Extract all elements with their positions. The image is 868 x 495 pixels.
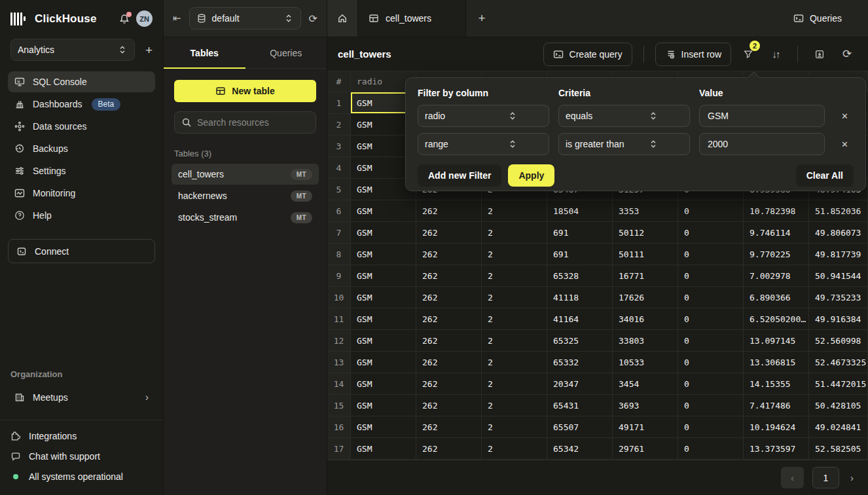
table-cell[interactable]: 51.4472015 — [809, 373, 868, 395]
search-box[interactable] — [174, 111, 316, 134]
row-number-cell[interactable]: 3 — [327, 136, 351, 157]
row-number-cell[interactable]: 9 — [327, 265, 351, 287]
table-cell[interactable]: 52.4673325 — [809, 352, 868, 373]
row-number-cell[interactable]: 11 — [327, 308, 351, 330]
table-cell[interactable]: 691 — [547, 244, 613, 265]
table-cell[interactable]: 10.782398 — [744, 200, 809, 222]
table-cell[interactable]: GSM — [351, 438, 416, 460]
sidebar-item-settings[interactable]: Settings — [8, 160, 155, 181]
remove-filter-button[interactable]: ✕ — [841, 139, 848, 149]
connect-button[interactable]: Connect — [8, 239, 155, 263]
table-cell[interactable]: 262 — [416, 416, 482, 438]
table-cell[interactable]: GSM — [351, 416, 416, 438]
clear-all-filters-button[interactable]: Clear All — [796, 164, 854, 187]
queries-link[interactable]: Queries — [793, 0, 868, 37]
table-cell[interactable]: 262 — [416, 308, 482, 330]
insert-row-button[interactable]: Insert row — [655, 43, 731, 66]
refresh-data-button[interactable]: ⟳ — [837, 44, 858, 65]
table-cell[interactable]: 51.852036 — [809, 200, 868, 222]
sidebar-item-backups[interactable]: Backups — [8, 138, 155, 159]
table-cell[interactable]: 13.373597 — [744, 438, 809, 460]
table-cell[interactable]: 262 — [416, 200, 482, 222]
download-button[interactable] — [809, 44, 830, 65]
table-cell[interactable]: 2 — [482, 352, 547, 373]
table-cell[interactable]: 7.002978 — [744, 265, 809, 287]
row-number-cell[interactable]: 12 — [327, 330, 351, 352]
table-cell[interactable]: 49.916384 — [809, 308, 868, 330]
filter-button[interactable]: 2 — [738, 44, 759, 65]
row-number-cell[interactable]: 1 — [327, 92, 351, 114]
sidebar-item-monitoring[interactable]: Monitoring — [8, 183, 155, 204]
table-cell[interactable]: GSM — [351, 222, 416, 244]
create-query-button[interactable]: Create query — [543, 43, 632, 66]
previous-page-button[interactable]: ‹ — [781, 467, 804, 488]
row-number-cell[interactable]: 16 — [327, 416, 351, 438]
table-cell[interactable]: 262 — [416, 265, 482, 287]
sidebar-item-data-sources[interactable]: Data sources — [8, 116, 155, 137]
table-cell[interactable]: GSM — [351, 244, 416, 265]
table-cell[interactable]: 41118 — [547, 287, 613, 308]
table-cell[interactable]: 34016 — [613, 308, 678, 330]
table-cell[interactable]: 52.560998 — [809, 330, 868, 352]
table-cell[interactable]: 2 — [482, 265, 547, 287]
table-cell[interactable]: 0 — [678, 373, 744, 395]
table-cell[interactable]: 50.428105 — [809, 395, 868, 416]
workspace-selector[interactable]: Analytics — [10, 39, 135, 61]
table-cell[interactable]: 29761 — [613, 438, 678, 460]
table-cell[interactable]: GSM — [351, 330, 416, 352]
table-cell[interactable]: 49.735233 — [809, 287, 868, 308]
table-cell[interactable]: 49171 — [613, 416, 678, 438]
table-cell[interactable]: 6.890366 — [744, 287, 809, 308]
filter-value-input[interactable] — [699, 133, 825, 155]
table-cell[interactable]: 262 — [416, 438, 482, 460]
new-table-button[interactable]: New table — [174, 80, 316, 102]
table-cell[interactable]: 49.817739 — [809, 244, 868, 265]
table-cell[interactable]: 3353 — [613, 200, 678, 222]
row-number-cell[interactable]: 13 — [327, 352, 351, 373]
collapse-panel-icon[interactable]: ⇤ — [173, 12, 181, 24]
sidebar-item-meetups[interactable]: Meetups › — [8, 387, 155, 408]
table-cell[interactable]: GSM — [351, 352, 416, 373]
row-number-header[interactable]: # — [327, 71, 351, 92]
table-cell[interactable]: 0 — [678, 265, 744, 287]
notifications-bell-icon[interactable] — [119, 14, 130, 24]
table-cell[interactable]: 262 — [416, 222, 482, 244]
table-cell[interactable]: 9.746114 — [744, 222, 809, 244]
current-page-indicator[interactable]: 1 — [812, 467, 839, 488]
table-cell[interactable]: 65342 — [547, 438, 613, 460]
table-cell[interactable]: 0 — [678, 438, 744, 460]
new-tab-button[interactable]: + — [466, 0, 497, 37]
table-cell[interactable]: GSM — [351, 265, 416, 287]
table-cell[interactable]: 262 — [416, 352, 482, 373]
table-cell[interactable]: 2 — [482, 438, 547, 460]
table-cell[interactable]: GSM — [351, 308, 416, 330]
add-workspace-button[interactable]: + — [145, 44, 153, 56]
table-cell[interactable]: 0 — [678, 308, 744, 330]
table-cell[interactable]: 0 — [678, 416, 744, 438]
footer-item-integrations[interactable]: Integrations — [10, 431, 153, 441]
database-selector[interactable]: default — [189, 7, 301, 29]
row-number-cell[interactable]: 7 — [327, 222, 351, 244]
table-cell[interactable]: 0 — [678, 395, 744, 416]
table-cell[interactable]: 49.806073 — [809, 222, 868, 244]
table-cell[interactable]: 3454 — [613, 373, 678, 395]
table-cell[interactable]: 17626 — [613, 287, 678, 308]
table-cell[interactable]: 2 — [482, 222, 547, 244]
next-page-button[interactable]: › — [848, 472, 856, 483]
table-cell[interactable]: 65332 — [547, 352, 613, 373]
table-cell[interactable]: 0 — [678, 330, 744, 352]
table-cell[interactable]: 262 — [416, 395, 482, 416]
table-cell[interactable]: 13.097145 — [744, 330, 809, 352]
row-number-cell[interactable]: 14 — [327, 373, 351, 395]
apply-filters-button[interactable]: Apply — [508, 164, 554, 187]
footer-item-chat-with-support[interactable]: Chat with support — [10, 451, 153, 462]
table-cell[interactable]: 2 — [482, 244, 547, 265]
table-cell[interactable]: 10533 — [613, 352, 678, 373]
add-filter-button[interactable]: Add new Filter — [418, 164, 501, 187]
table-cell[interactable]: 10.194624 — [744, 416, 809, 438]
row-number-cell[interactable]: 4 — [327, 157, 351, 179]
footer-item-all-systems-operational[interactable]: All systems operational — [10, 471, 153, 482]
filter-column-select[interactable]: range — [418, 133, 549, 155]
row-number-cell[interactable]: 15 — [327, 395, 351, 416]
table-cell[interactable]: 6.52050200… — [744, 308, 809, 330]
